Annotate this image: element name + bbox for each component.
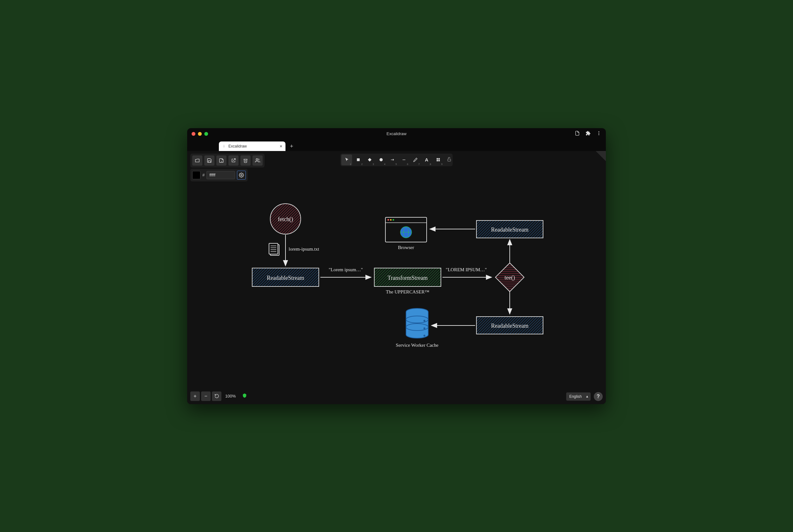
svg-point-3 (223, 146, 225, 147)
svg-point-1 (599, 133, 600, 134)
traffic-lights (192, 132, 208, 136)
tab-bar: Excalidraw × + (187, 139, 606, 151)
extension-icon[interactable] (585, 131, 591, 137)
app-window: Excalidraw Excalidraw × + # (187, 128, 606, 404)
label-arrow-1: "Lorem ipsum…" (329, 267, 363, 272)
node-cache[interactable] (406, 308, 428, 338)
svg-point-38 (423, 327, 425, 329)
close-window-button[interactable] (192, 132, 195, 136)
more-icon[interactable] (596, 131, 601, 137)
label-browser: Browser (398, 245, 414, 250)
label-readable-2: ReadableStream (491, 227, 528, 233)
svg-point-2 (599, 134, 600, 135)
label-arrow-2: "LOREM IPSUM…" (446, 267, 487, 272)
zoom-out-button[interactable]: − (201, 392, 211, 401)
titlebar: Excalidraw (187, 128, 606, 139)
svg-point-0 (599, 131, 600, 132)
label-transform-sub: The UPPERCASER™ (386, 289, 429, 294)
zoom-in-button[interactable]: + (190, 392, 200, 401)
maximize-window-button[interactable] (204, 132, 208, 136)
language-select[interactable]: English (566, 393, 591, 401)
svg-rect-20 (269, 243, 278, 254)
svg-point-39 (423, 335, 425, 337)
label-fetch: fetch() (278, 216, 293, 223)
label-readable-1: ReadableStream (267, 275, 304, 281)
file-icon[interactable] (575, 131, 580, 137)
tab-favicon-icon (222, 144, 226, 148)
tab-title: Excalidraw (228, 144, 247, 149)
label-transform: TransformStream (388, 275, 428, 281)
svg-point-37 (423, 320, 425, 322)
help-button[interactable]: ? (594, 392, 603, 401)
zoom-toolbar: + − 100% (190, 392, 247, 401)
svg-point-29 (390, 219, 392, 221)
canvas[interactable]: fetch() lorem-ipsum.txt ReadableStream (187, 151, 606, 404)
tab-close-button[interactable]: × (280, 144, 282, 149)
language-label: English (569, 394, 582, 399)
browser-tab[interactable]: Excalidraw × (219, 141, 286, 151)
svg-point-28 (388, 219, 389, 221)
shield-icon[interactable] (242, 393, 247, 399)
file-icon (269, 243, 279, 255)
minimize-window-button[interactable] (198, 132, 202, 136)
label-readable-3: ReadableStream (491, 323, 528, 329)
svg-point-30 (393, 219, 394, 221)
new-tab-button[interactable]: + (287, 142, 296, 151)
label-file: lorem-ipsum.txt (289, 246, 320, 251)
node-browser[interactable] (385, 217, 427, 242)
footer-right: English ? (566, 392, 603, 401)
label-tee: tee() (505, 274, 515, 281)
window-title: Excalidraw (387, 131, 407, 136)
zoom-reset-button[interactable] (212, 392, 221, 401)
label-cache: Service Worker Cache (396, 343, 439, 348)
zoom-percentage: 100% (223, 394, 238, 398)
app-body: # 1 2 3 4 5 6 7 A8 9 (187, 151, 606, 404)
